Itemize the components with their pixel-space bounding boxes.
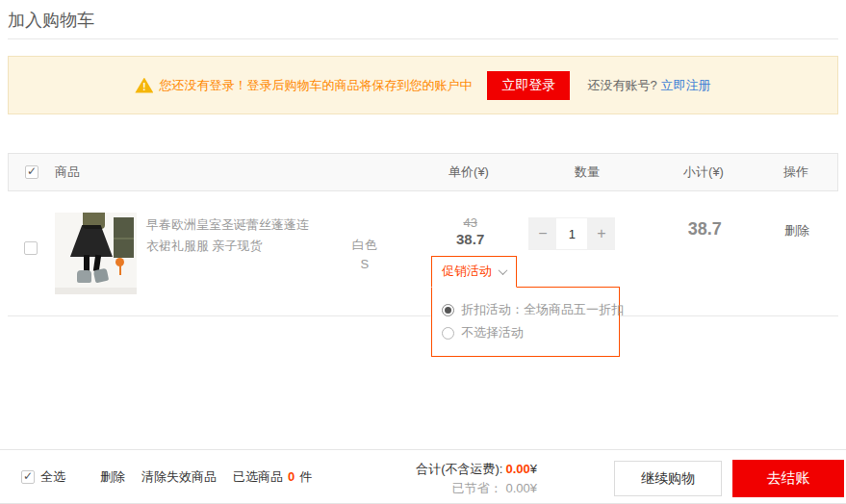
header-product-label: 商品 xyxy=(55,164,310,181)
promotion-panel: 折扣活动：全场商品五一折扣 不选择活动 xyxy=(431,287,620,357)
item-subtotal: 38.7 xyxy=(654,219,756,239)
promotion-option-none[interactable]: 不选择活动 xyxy=(442,321,607,344)
photo-shape xyxy=(70,225,113,257)
login-now-button[interactable]: 立即登录 xyxy=(487,71,570,100)
saved-label: 已节省： xyxy=(452,481,502,495)
cart-footer-bar: 全选 删除 清除失效商品 已选商品 0 件 合计(不含运费):0.00¥ 已节省… xyxy=(0,449,846,504)
promotion-option-label: 不选择活动 xyxy=(461,321,524,344)
photo-shape xyxy=(77,270,91,283)
checkout-button[interactable]: 去结账 xyxy=(732,460,844,497)
login-warning-message: 您还没有登录！登录后购物车的商品将保存到您的账户中 xyxy=(159,77,472,94)
quantity-stepper: − + xyxy=(528,217,615,250)
promotion-toggle[interactable]: 促销活动 xyxy=(431,256,517,288)
header-subtotal-label: 小计(¥) xyxy=(653,164,755,181)
continue-shopping-button[interactable]: 继续购物 xyxy=(614,461,722,496)
product-name-link[interactable]: 早春欧洲皇室圣诞蕾丝蓬蓬连衣裙礼服服 亲子现货 xyxy=(146,214,312,294)
total-value: 0.00 xyxy=(505,462,529,476)
original-price: 43 xyxy=(418,215,524,230)
item-variant: 白色 S xyxy=(312,236,418,274)
footer-left-group: 全选 删除 清除失效商品 已选商品 0 件 xyxy=(21,450,312,503)
footer-delete-link[interactable]: 删除 xyxy=(100,468,125,486)
select-all-header-checkbox[interactable] xyxy=(25,165,38,179)
register-now-link[interactable]: 立即注册 xyxy=(661,77,711,94)
header-quantity-label: 数量 xyxy=(522,164,653,181)
photo-shape xyxy=(55,288,137,294)
item-color: 白色 xyxy=(312,236,418,255)
selected-count-value: 0 xyxy=(288,469,295,484)
chevron-down-icon xyxy=(499,265,508,275)
photo-shape xyxy=(119,265,121,275)
header-unit-price-label: 单价(¥) xyxy=(416,164,522,181)
total-label: 合计(不含运费): xyxy=(416,462,502,476)
page-title: 加入购物车 xyxy=(8,9,94,32)
photo-shape xyxy=(93,268,109,284)
promotion-dropdown: 促销活动 折扣活动：全场商品五一折扣 不选择活动 xyxy=(431,256,620,357)
selected-count-suffix: 件 xyxy=(299,468,312,486)
header-action-label: 操作 xyxy=(755,164,837,181)
radio-selected-icon[interactable] xyxy=(442,304,454,316)
select-all-label[interactable]: 全选 xyxy=(40,468,65,486)
promotion-option-label: 折扣活动：全场商品五一折扣 xyxy=(461,298,624,321)
no-account-text: 还没有账号? xyxy=(587,77,656,94)
title-divider xyxy=(8,38,838,39)
select-all-footer-checkbox[interactable] xyxy=(21,470,35,484)
radio-unselected-icon[interactable] xyxy=(442,327,454,340)
cart-table-header: 商品 单价(¥) 数量 小计(¥) 操作 xyxy=(8,153,838,191)
promotion-label: 促销活动 xyxy=(442,263,492,280)
clear-invalid-link[interactable]: 清除失效商品 xyxy=(141,468,217,486)
selected-count-prefix: 已选商品 xyxy=(233,468,283,486)
item-checkbox[interactable] xyxy=(24,241,38,255)
unit-price-cell: 43 38.7 xyxy=(418,213,524,247)
cart-item-row: 早春欧洲皇室圣诞蕾丝蓬蓬连衣裙礼服服 亲子现货 白色 S 43 38.7 − +… xyxy=(8,191,838,316)
saved-value: 0.00¥ xyxy=(505,481,537,495)
total-currency: ¥ xyxy=(530,462,537,476)
warning-triangle-icon: ! xyxy=(135,78,153,93)
discounted-unit-price: 38.7 xyxy=(418,231,524,247)
item-size: S xyxy=(312,255,418,274)
cart-page: 加入购物车 ! 您还没有登录！登录后购物车的商品将保存到您的账户中 立即登录 还… xyxy=(0,0,846,504)
photo-shape xyxy=(114,238,134,239)
quantity-plus-button[interactable]: + xyxy=(587,217,615,250)
totals-block: 合计(不含运费):0.00¥ 已节省： 0.00¥ xyxy=(416,460,537,498)
quantity-minus-button[interactable]: − xyxy=(528,217,556,250)
item-delete-link[interactable]: 删除 xyxy=(784,222,809,239)
promotion-option-discount[interactable]: 折扣活动：全场商品五一折扣 xyxy=(442,298,607,321)
product-image[interactable] xyxy=(55,213,137,294)
quantity-input[interactable] xyxy=(556,217,587,250)
login-warning-banner: ! 您还没有登录！登录后购物车的商品将保存到您的账户中 立即登录 还没有账号? … xyxy=(8,56,838,114)
